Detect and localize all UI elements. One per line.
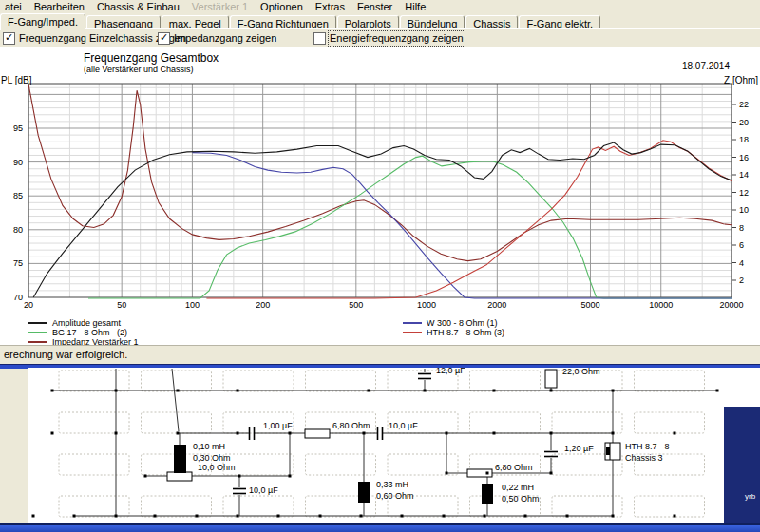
component-label[interactable]: Chassis 3 [625,453,663,463]
y-left-tick: 80 [0,225,23,235]
y-left-tick: 90 [0,158,23,167]
checkbox-box[interactable]: ✓ [158,32,170,45]
tab-f-gang-imped-[interactable]: F-Gang/Imped. [0,13,86,30]
y-right-tick: 16 [739,153,749,162]
taskbar-strip [0,523,760,532]
menu-item-extras[interactable]: Extras [311,0,350,13]
y-right-tick: 22 [739,100,749,109]
menu-item-chassis-einbau[interactable]: Chassis & Einbau [92,0,184,13]
background-window-text: yrb [745,492,755,501]
y-left-tick: 75 [0,258,23,268]
tab-strip: F-Gang/Imped.Phasengangmax. PegelF-Gang … [0,13,760,29]
checkbox-box[interactable] [314,32,326,45]
legend-swatch [403,322,422,324]
checkbox-box[interactable]: ✓ [3,32,15,45]
component-label[interactable]: 0,33 mH [376,480,408,489]
x-tick: 50 [93,300,150,310]
y-right-tick: 10 [739,205,749,215]
y-right-tick: 2 [739,276,744,285]
component-label[interactable]: 0,22 mH [502,483,534,492]
component-label[interactable]: 10,0 Ohm [198,463,236,472]
status-text: erechnung war erfolgreich. [0,349,127,360]
y-right-tick: 8 [739,223,744,233]
component-label[interactable]: 6,80 Ohm [332,421,370,430]
component-label[interactable]: 1,20 µF [564,444,594,453]
y-axis-left-label: PL [dB] [1,75,31,86]
chart-title: Frequenzgang Gesamtbox [84,51,218,65]
chart-subtitle: (alle Verstärker und Chassis) [84,65,194,74]
y-right-tick: 20 [739,118,749,127]
y-left-tick: 85 [0,191,23,200]
x-tick: 100 [163,300,220,310]
checkmark-icon: ✓ [5,31,13,44]
legend-swatch [28,341,48,343]
component-label[interactable]: 6,80 Ohm [495,463,533,472]
legend-label: HTH 8.7 - 8 Ohm (3) [427,328,504,337]
y-axis-right-label: Z [Ohm] [724,75,760,86]
checkmark-icon: ✓ [160,31,168,44]
menu-item-bearbeiten[interactable]: Bearbeiten [29,0,89,13]
boxsim-app-window: ateiBearbeitenChassis & EinbauVerstärker… [0,0,760,532]
x-tick: 500 [328,300,385,310]
checkbox-label: Energiefrequenzgang zeigen [330,32,464,45]
circuit-canvas-right [725,368,760,407]
menu-item-atei[interactable]: atei [0,0,27,13]
component-label[interactable]: 0,30 Ohm [193,453,231,463]
x-tick: 10000 [633,300,690,310]
checkbox-label: Impedanzgang zeigen [174,32,276,45]
y-right-tick: 12 [739,188,749,198]
y-right-tick: 4 [739,258,744,268]
component-label[interactable]: 12,0 µF [436,366,466,375]
x-tick: 20 [0,300,57,310]
menu-item-fenster[interactable]: Fenster [352,0,397,13]
menu-item-hilfe[interactable]: Hilfe [400,0,430,13]
y-right-tick: 18 [739,135,749,144]
x-tick: 2000 [468,300,525,310]
x-tick: 1000 [398,300,455,310]
menu-item-optionen[interactable]: Optionen [256,0,308,13]
legend-label: BG 17 - 8 Ohm (2) [52,328,127,337]
component-label[interactable]: 10,0 µF [389,421,418,430]
x-tick: 200 [235,300,292,310]
component-label[interactable]: 22,0 Ohm [562,367,600,376]
chart-date: 18.07.2014 [654,61,730,71]
y-right-tick: 14 [739,170,749,180]
checkbox-row: ✓Frequenzgang Einzelchassis zeigen✓Imped… [0,29,760,48]
legend-label: Amplitude gesamt [52,318,121,328]
menu-item-verst-rker-1: Verstärker 1 [187,0,253,13]
legend-label: W 300 - 8 Ohm (1) [427,318,498,328]
component-label[interactable]: 0,60 Ohm [376,491,414,501]
y-right-tick: 6 [739,240,744,250]
x-tick: 5000 [561,300,618,310]
component-label[interactable]: 0,10 mH [193,442,225,451]
legend-swatch [28,322,48,324]
x-tick: 20000 [703,300,760,310]
y-left-tick: 95 [0,124,23,133]
component-label[interactable]: 1,00 µF [263,421,293,430]
background-window-strip [724,407,760,523]
legend-swatch [28,332,48,333]
menu-bar: ateiBearbeitenChassis & EinbauVerstärker… [0,0,760,13]
legend-swatch [403,332,422,333]
status-bar: erechnung war erfolgreich. [0,345,760,365]
component-label[interactable]: 10,0 µF [249,485,278,495]
component-label[interactable]: HTH 8.7 - 8 [625,442,670,451]
component-label[interactable]: 0,50 Ohm [502,494,540,504]
